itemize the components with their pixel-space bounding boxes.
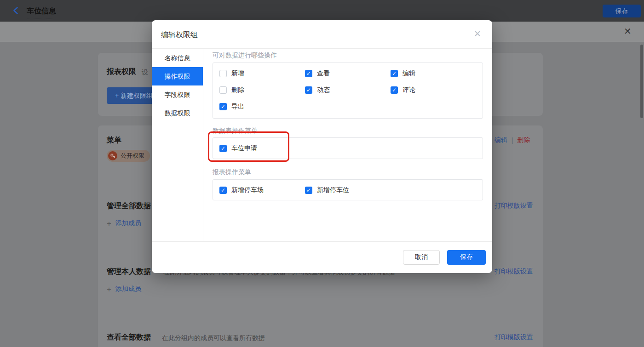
add-member-label: 添加成员 <box>115 285 141 293</box>
key-icon <box>108 151 117 160</box>
checkbox-icon[interactable] <box>219 70 227 77</box>
navbar-save-button[interactable]: 保存 <box>603 5 641 17</box>
modal-close-icon[interactable]: ✕ <box>474 29 481 39</box>
top-navbar: 车位信息 保存 <box>0 0 644 22</box>
group-title-view-all: 查看全部数据 <box>107 333 151 342</box>
checkbox-item-dynamic[interactable]: 动态 <box>305 85 391 95</box>
checkbox-item-view[interactable]: 查看 <box>305 68 391 79</box>
group-desc-view-all: 在此分组内的成员可以查看所有数据 <box>162 334 265 342</box>
public-permission-badge[interactable]: 公开权限 <box>107 150 150 162</box>
tab-name-info[interactable]: 名称信息 <box>152 49 203 67</box>
checkbox-icon[interactable] <box>391 86 398 94</box>
checkbox-label: 车位申请 <box>231 144 257 153</box>
checkbox-icon[interactable] <box>305 70 312 77</box>
print-template-link[interactable]: 打印模版设置 <box>494 267 533 276</box>
checkbox-label: 新增停车场 <box>231 186 264 194</box>
page-title: 车位信息 <box>27 6 56 19</box>
public-permission-label: 公开权限 <box>121 152 144 160</box>
checkbox-icon[interactable] <box>219 103 227 110</box>
menu-row-actions: | 编辑 | 删除 <box>489 136 530 144</box>
checkbox-label: 编辑 <box>402 69 415 78</box>
checkbox-icon[interactable] <box>305 86 312 94</box>
save-button[interactable]: 保存 <box>447 250 486 265</box>
section-label-operations: 可对数据进行哪些操作 <box>213 51 483 59</box>
delete-link[interactable]: 删除 <box>517 136 530 144</box>
cancel-button[interactable]: 取消 <box>403 250 440 265</box>
checkbox-item-export[interactable]: 导出 <box>219 102 305 112</box>
tab-field-permission[interactable]: 字段权限 <box>152 85 203 104</box>
section-label-table-menu: 数据表操作菜单 <box>213 127 483 134</box>
checkbox-icon[interactable] <box>219 86 227 94</box>
report-menu-checkbox-group: 新增停车场 新增停车位 <box>213 179 483 200</box>
print-template-link[interactable]: 打印模版设置 <box>494 333 533 341</box>
checkbox-item-new-parking-lot[interactable]: 新增停车场 <box>219 185 305 195</box>
tab-operation-permission[interactable]: 操作权限 <box>152 67 203 85</box>
modal-side-tabs: 名称信息 操作权限 字段权限 数据权限 <box>152 49 203 241</box>
checkbox-item-add[interactable]: 新增 <box>219 68 305 79</box>
checkbox-label: 评论 <box>402 86 415 94</box>
modal-content: 可对数据进行哪些操作 新增 查看 编辑 删除 <box>203 49 492 241</box>
section-label-report-menu: 报表操作菜单 <box>213 168 483 176</box>
separator: | <box>512 137 513 144</box>
back-chevron-icon[interactable] <box>12 6 20 15</box>
group-title-manage-all: 管理全部数据 <box>107 201 151 211</box>
plus-icon: + <box>107 285 111 293</box>
add-member-label: 添加成员 <box>115 219 141 228</box>
checkbox-icon[interactable] <box>305 187 312 194</box>
checkbox-label: 新增 <box>231 69 244 78</box>
checkbox-item-parking-apply[interactable]: 车位申请 <box>219 143 476 154</box>
checkbox-label: 动态 <box>317 86 330 94</box>
group-title-manage-own: 管理本人数据 <box>107 267 151 277</box>
checkbox-icon[interactable] <box>219 145 227 152</box>
checkbox-label: 删除 <box>231 86 244 94</box>
modal-footer: 取消 保存 <box>152 241 492 273</box>
checkbox-icon[interactable] <box>219 187 227 194</box>
checkbox-item-comment[interactable]: 评论 <box>391 85 476 95</box>
report-permission-subtitle: 设 <box>142 68 148 77</box>
checkbox-item-delete[interactable]: 删除 <box>219 85 305 95</box>
checkbox-item-new-parking-space[interactable]: 新增停车位 <box>305 185 391 195</box>
checkbox-label: 导出 <box>231 102 244 111</box>
checkbox-label: 查看 <box>317 69 330 78</box>
edit-permission-group-modal: 编辑权限组 ✕ 名称信息 操作权限 字段权限 数据权限 可对数据进行哪些操作 新… <box>152 20 492 273</box>
panel-close-icon[interactable]: ✕ <box>624 27 632 36</box>
checkbox-item-edit[interactable]: 编辑 <box>391 68 476 79</box>
page-scrollbar[interactable] <box>640 45 643 118</box>
checkbox-label: 新增停车位 <box>317 186 349 194</box>
tab-data-permission[interactable]: 数据权限 <box>152 104 203 122</box>
print-template-link[interactable]: 打印模版设置 <box>494 202 533 210</box>
table-menu-checkbox-group: 车位申请 <box>213 137 483 159</box>
operations-checkbox-group: 新增 查看 编辑 删除 动态 <box>213 63 483 119</box>
modal-header: 编辑权限组 ✕ <box>152 20 492 49</box>
plus-icon: + <box>107 220 111 228</box>
checkbox-icon[interactable] <box>391 70 398 77</box>
report-permission-title: 报表权限 <box>107 67 136 77</box>
modal-title: 编辑权限组 <box>161 30 198 40</box>
add-member-button[interactable]: + 添加成员 <box>107 285 141 293</box>
edit-link[interactable]: 编辑 <box>494 136 507 144</box>
menu-section-title: 菜单 <box>107 136 121 145</box>
add-member-button[interactable]: + 添加成员 <box>107 219 141 228</box>
